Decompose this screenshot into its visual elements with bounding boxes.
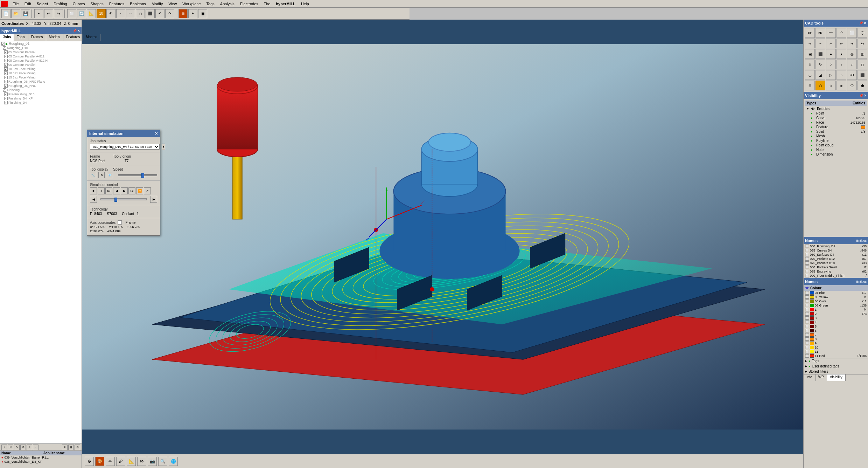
names2-item-14[interactable]: ⬜ 11 [804,350,868,354]
tb-open[interactable]: 📂 [11,9,20,18]
tab-wp[interactable]: WP [816,374,827,381]
menu-edit[interactable]: Edit [22,1,34,7]
menu-select[interactable]: Select [34,1,51,7]
menu-tags[interactable]: Tags [204,1,217,7]
tb-zoom-fit[interactable]: ⊞ [178,9,188,18]
names1-item-7[interactable]: ⬜ 090_Floor Middle_Finish / [804,274,868,278]
play-end-btn[interactable]: ⏩ [136,187,143,194]
menu-curves[interactable]: Curves [70,1,88,7]
view-btn-6[interactable]: 00 [137,457,146,466]
tree-check-8[interactable]: ✓ [4,76,8,79]
tb-rotate[interactable]: 🔄 [77,9,86,18]
menu-help[interactable]: Help [298,1,312,7]
joblist-btn-6[interactable]: ↓ [33,445,38,450]
menu-file[interactable]: File [10,1,22,7]
names2-item-2[interactable]: ⬜ 06 Olive /11 [804,299,868,303]
menu-modify[interactable]: Modify [149,1,166,7]
menu-workplane[interactable]: Workplane [180,1,203,7]
job-item-0[interactable]: ♦ 039_Vorschlichten_Barrel_R1... [0,455,82,460]
sim-dialog-close[interactable]: ✕ [155,131,158,136]
tree-check-11[interactable]: ✓ [3,88,6,92]
play-fwd-single[interactable]: ▶ [150,196,157,203]
joblist-btn-3[interactable]: ✎ [14,445,20,450]
tab-macros[interactable]: Macros [83,34,100,41]
tree-check-3[interactable]: ✓ [4,55,8,58]
tree-item-1[interactable]: ✓ Roughing_D10 [0,46,82,50]
tree-check-6[interactable]: ✓ [4,67,8,71]
play-back-single[interactable]: ◀ [90,196,97,203]
left-panel-close-icon[interactable]: ✕ [77,29,80,33]
names1-item-6[interactable]: ⬜ 085_Engraving /62 [804,269,868,274]
left-panel-float-icon[interactable]: 📌 [73,29,77,33]
tree-check-9[interactable]: ✓ [4,80,8,83]
tree-check-5[interactable]: ✓ [4,63,8,67]
job-item-1[interactable]: ♦ 035_Vorschlichten_D4_KF [0,460,82,464]
tb-undo[interactable]: ↩ [44,9,53,18]
user-tags-item[interactable]: ▶ ● User defined tags [804,364,868,369]
tb-point[interactable]: · [116,9,125,18]
tree-item-8[interactable]: ✓ 15 3ax Face Milling [0,75,82,80]
names2-item-9[interactable]: ⬜ 6 [804,329,868,333]
tree-item-7[interactable]: ✓ 10 3ax Face Milling [0,71,82,75]
names1-item-4[interactable]: ⬜ 075_Pockets D10 /33 [804,261,868,265]
tab-features[interactable]: Features [63,34,83,41]
tree-check-2[interactable]: ✓ [4,50,8,54]
tb-zoom-in[interactable]: + [188,9,197,18]
tb-curve[interactable]: 〰 [126,9,135,18]
names1-item-5[interactable]: ⬜ 080_Pockets Small /2 [804,265,868,269]
menu-hypermill[interactable]: hyperMILL [273,1,298,7]
play-next-btn[interactable]: ⏭ [128,187,135,194]
tree-check-10[interactable]: ✓ [4,84,8,88]
menu-shapes[interactable]: Shapes [88,1,106,7]
names2-item-5[interactable]: ⬜ 2 /73 [804,312,868,316]
tree-item-5[interactable]: ✓ 05 Contour Parallel [0,63,82,67]
play-pause-btn[interactable]: ⏸ [98,187,105,194]
menu-features[interactable]: Features [106,1,127,7]
joblist-btn-2[interactable]: ✕ [8,445,13,450]
tb-redo[interactable]: ↪ [54,9,63,18]
menu-electrodes[interactable]: Electrodes [237,1,261,7]
names2-item-3[interactable]: ⬜ 08 Green /136 [804,303,868,308]
tb-layer[interactable]: 10 [97,9,106,18]
menu-drafting[interactable]: Drafting [51,1,70,7]
view-btn-2[interactable]: 🎨 [95,457,104,466]
viewport[interactable] [82,20,803,454]
tb-fwd[interactable]: ↷ [165,9,174,18]
menu-view[interactable]: View [166,1,180,7]
tab-info[interactable]: Info [804,374,816,381]
names2-item-4[interactable]: ⬜ 1 /4 [804,308,868,312]
tool-display-btn2[interactable]: ⚙ [98,172,105,178]
joblist-btn-4[interactable]: ⚙ [20,445,26,450]
tree-check-0[interactable]: ✓ [1,42,5,46]
names2-item-8[interactable]: ⬜ 5 [804,324,868,329]
tree-item-12[interactable]: ✓ Pre-Finishing_D10 [0,92,82,96]
menu-analysis[interactable]: Analysis [217,1,237,7]
view-btn-globe[interactable]: 🌐 [169,457,178,466]
view-btn-4[interactable]: 🖊 [116,457,125,466]
tb-select-all[interactable]: ▣ [198,9,207,18]
names2-item-10[interactable]: ⬜ 7 [804,333,868,337]
tree-check-7[interactable]: ✓ [4,71,8,75]
tab-jobs[interactable]: Jobs [0,34,14,41]
tree-item-14[interactable]: ✓ Finishing_D4 [0,101,82,105]
tb-surface[interactable]: ◻ [136,9,145,18]
view-btn-3[interactable]: ✏ [106,457,115,466]
tree-item-13[interactable]: ✓ Finishing_D4_KF [0,96,82,101]
joblist-btn-8[interactable]: ▦ [68,445,74,450]
menu-tire[interactable]: Tire [261,1,273,7]
tree-item-10[interactable]: ✓ Roughing_D6_HRC [0,84,82,88]
tree-item-4[interactable]: ✓ 05 Contour Parallel A-812 HI [0,58,82,63]
tree-item-0[interactable]: ✓ ▶ Roughing_01 [0,41,82,46]
tree-item-3[interactable]: ✓ 05 Contour Parallel A-812 [0,54,82,58]
joblist-btn-7[interactable]: ≡ [62,445,68,450]
play-step-fwd-btn[interactable]: ▶ [121,187,128,194]
names1-item-2[interactable]: ⬜ 060_Surfaces D4 /11 [804,253,868,257]
menu-booleans[interactable]: Booleans [127,1,149,7]
play-export-btn[interactable]: ↗ [144,187,151,194]
job-status-combo[interactable]: 010_Roughing_D10_HV / 12: 5X Iso Face [90,144,160,150]
view-btn-8[interactable]: 🔍 [158,457,167,466]
view-btn-7[interactable]: 📷 [148,457,157,466]
job-status-btn[interactable]: ▼ [162,144,165,150]
names1-item-3[interactable]: ⬜ 070_Pockets D12 /67 [804,257,868,261]
view-btn-1[interactable]: ⚙ [85,457,94,466]
